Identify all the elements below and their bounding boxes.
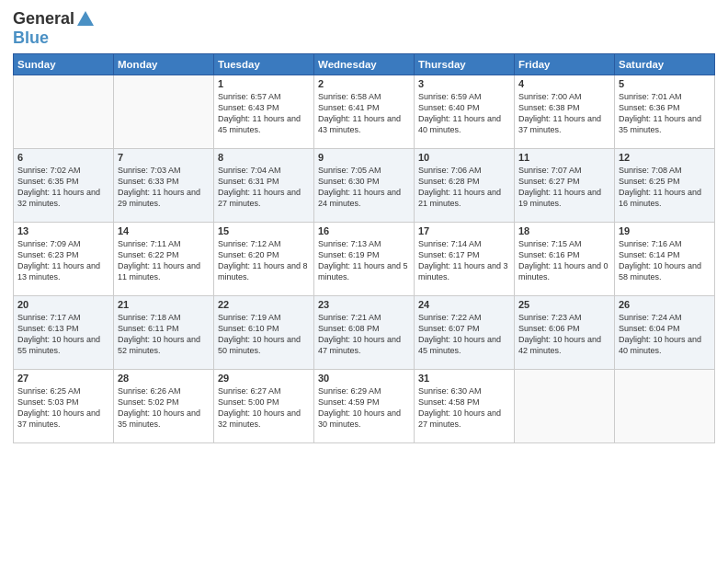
cell-content: Sunrise: 7:15 AM Sunset: 6:16 PM Dayligh… — [518, 238, 610, 283]
cell-content: Sunrise: 7:19 AM Sunset: 6:10 PM Dayligh… — [218, 312, 310, 357]
col-header-wednesday: Wednesday — [314, 53, 415, 75]
cell-content: Sunrise: 7:08 AM Sunset: 6:25 PM Dayligh… — [619, 165, 711, 210]
day-number: 11 — [518, 152, 610, 163]
day-number: 18 — [518, 225, 610, 236]
header: General Blue — [13, 9, 715, 48]
cell-content: Sunrise: 6:25 AM Sunset: 5:03 PM Dayligh… — [17, 385, 109, 431]
calendar-cell: 7Sunrise: 7:03 AM Sunset: 6:33 PM Daylig… — [114, 148, 214, 222]
calendar-cell: 14Sunrise: 7:11 AM Sunset: 6:22 PM Dayli… — [114, 222, 214, 295]
cell-content: Sunrise: 7:09 AM Sunset: 6:23 PM Dayligh… — [17, 238, 109, 283]
day-number: 20 — [17, 299, 109, 310]
day-number: 30 — [318, 373, 410, 384]
col-header-sunday: Sunday — [14, 53, 114, 75]
col-header-thursday: Thursday — [415, 53, 515, 75]
cell-content: Sunrise: 6:29 AM Sunset: 4:59 PM Dayligh… — [318, 385, 410, 431]
calendar-cell: 25Sunrise: 7:23 AM Sunset: 6:06 PM Dayli… — [515, 295, 615, 369]
cell-content: Sunrise: 6:30 AM Sunset: 4:58 PM Dayligh… — [418, 385, 510, 431]
cell-content: Sunrise: 7:12 AM Sunset: 6:20 PM Dayligh… — [218, 238, 310, 283]
cell-content: Sunrise: 7:14 AM Sunset: 6:17 PM Dayligh… — [418, 238, 510, 283]
day-number: 7 — [118, 152, 210, 163]
day-number: 12 — [619, 152, 711, 163]
day-number: 23 — [318, 299, 410, 310]
calendar-cell: 28Sunrise: 6:26 AM Sunset: 5:02 PM Dayli… — [114, 369, 214, 442]
cell-content: Sunrise: 7:22 AM Sunset: 6:07 PM Dayligh… — [418, 312, 510, 357]
calendar-cell: 3Sunrise: 6:59 AM Sunset: 6:40 PM Daylig… — [415, 75, 515, 148]
day-number: 25 — [518, 299, 610, 310]
day-number: 19 — [619, 225, 711, 236]
day-number: 8 — [218, 152, 310, 163]
day-number: 27 — [17, 373, 109, 384]
calendar-cell — [615, 369, 715, 442]
week-row-5: 27Sunrise: 6:25 AM Sunset: 5:03 PM Dayli… — [14, 369, 715, 442]
calendar-cell: 19Sunrise: 7:16 AM Sunset: 6:14 PM Dayli… — [615, 222, 715, 295]
day-number: 10 — [418, 152, 510, 163]
day-number: 5 — [619, 78, 711, 89]
logo: General Blue — [13, 9, 96, 48]
cell-content: Sunrise: 7:21 AM Sunset: 6:08 PM Dayligh… — [318, 312, 410, 357]
calendar-cell: 16Sunrise: 7:13 AM Sunset: 6:19 PM Dayli… — [314, 222, 415, 295]
cell-content: Sunrise: 7:01 AM Sunset: 6:36 PM Dayligh… — [619, 91, 711, 136]
day-number: 24 — [418, 299, 510, 310]
cell-content: Sunrise: 6:59 AM Sunset: 6:40 PM Dayligh… — [418, 91, 510, 136]
calendar-cell: 15Sunrise: 7:12 AM Sunset: 6:20 PM Dayli… — [214, 222, 314, 295]
day-number: 3 — [418, 78, 510, 89]
day-number: 2 — [318, 78, 410, 89]
cell-content: Sunrise: 6:57 AM Sunset: 6:43 PM Dayligh… — [218, 91, 310, 136]
cell-content: Sunrise: 7:03 AM Sunset: 6:33 PM Dayligh… — [118, 165, 210, 210]
day-number: 29 — [218, 373, 310, 384]
day-number: 14 — [118, 225, 210, 236]
logo-icon — [75, 9, 96, 29]
cell-content: Sunrise: 6:27 AM Sunset: 5:00 PM Dayligh… — [218, 385, 310, 431]
calendar-cell: 31Sunrise: 6:30 AM Sunset: 4:58 PM Dayli… — [415, 369, 515, 442]
calendar-cell: 2Sunrise: 6:58 AM Sunset: 6:41 PM Daylig… — [314, 75, 415, 148]
week-row-1: 1Sunrise: 6:57 AM Sunset: 6:43 PM Daylig… — [14, 75, 715, 148]
calendar-cell: 18Sunrise: 7:15 AM Sunset: 6:16 PM Dayli… — [515, 222, 615, 295]
calendar-cell: 5Sunrise: 7:01 AM Sunset: 6:36 PM Daylig… — [615, 75, 715, 148]
calendar-cell: 26Sunrise: 7:24 AM Sunset: 6:04 PM Dayli… — [615, 295, 715, 369]
day-number: 31 — [418, 373, 510, 384]
cell-content: Sunrise: 6:26 AM Sunset: 5:02 PM Dayligh… — [118, 385, 210, 431]
calendar-cell: 29Sunrise: 6:27 AM Sunset: 5:00 PM Dayli… — [214, 369, 314, 442]
svg-marker-0 — [77, 11, 94, 26]
day-number: 4 — [518, 78, 610, 89]
cell-content: Sunrise: 7:16 AM Sunset: 6:14 PM Dayligh… — [619, 238, 711, 283]
col-header-tuesday: Tuesday — [214, 53, 314, 75]
calendar-cell: 4Sunrise: 7:00 AM Sunset: 6:38 PM Daylig… — [515, 75, 615, 148]
calendar-cell: 24Sunrise: 7:22 AM Sunset: 6:07 PM Dayli… — [415, 295, 515, 369]
cell-content: Sunrise: 7:11 AM Sunset: 6:22 PM Dayligh… — [118, 238, 210, 283]
header-row: SundayMondayTuesdayWednesdayThursdayFrid… — [14, 53, 715, 75]
day-number: 9 — [318, 152, 410, 163]
logo-text: General — [13, 9, 96, 29]
cell-content: Sunrise: 7:07 AM Sunset: 6:27 PM Dayligh… — [518, 165, 610, 210]
calendar-cell: 10Sunrise: 7:06 AM Sunset: 6:28 PM Dayli… — [415, 148, 515, 222]
day-number: 13 — [17, 225, 109, 236]
calendar-cell: 20Sunrise: 7:17 AM Sunset: 6:13 PM Dayli… — [14, 295, 114, 369]
cell-content: Sunrise: 7:00 AM Sunset: 6:38 PM Dayligh… — [518, 91, 610, 136]
day-number: 26 — [619, 299, 711, 310]
calendar-cell: 9Sunrise: 7:05 AM Sunset: 6:30 PM Daylig… — [314, 148, 415, 222]
calendar-table: SundayMondayTuesdayWednesdayThursdayFrid… — [13, 53, 715, 443]
day-number: 22 — [218, 299, 310, 310]
calendar-cell: 27Sunrise: 6:25 AM Sunset: 5:03 PM Dayli… — [14, 369, 114, 442]
calendar-cell: 21Sunrise: 7:18 AM Sunset: 6:11 PM Dayli… — [114, 295, 214, 369]
col-header-monday: Monday — [114, 53, 214, 75]
calendar-cell — [14, 75, 114, 148]
cell-content: Sunrise: 7:17 AM Sunset: 6:13 PM Dayligh… — [17, 312, 109, 357]
calendar-cell: 23Sunrise: 7:21 AM Sunset: 6:08 PM Dayli… — [314, 295, 415, 369]
day-number: 15 — [218, 225, 310, 236]
cell-content: Sunrise: 7:24 AM Sunset: 6:04 PM Dayligh… — [619, 312, 711, 357]
day-number: 16 — [318, 225, 410, 236]
week-row-4: 20Sunrise: 7:17 AM Sunset: 6:13 PM Dayli… — [14, 295, 715, 369]
calendar-cell: 13Sunrise: 7:09 AM Sunset: 6:23 PM Dayli… — [14, 222, 114, 295]
cell-content: Sunrise: 7:06 AM Sunset: 6:28 PM Dayligh… — [418, 165, 510, 210]
calendar-cell: 6Sunrise: 7:02 AM Sunset: 6:35 PM Daylig… — [14, 148, 114, 222]
day-number: 17 — [418, 225, 510, 236]
cell-content: Sunrise: 6:58 AM Sunset: 6:41 PM Dayligh… — [318, 91, 410, 136]
calendar-cell — [114, 75, 214, 148]
day-number: 21 — [118, 299, 210, 310]
cell-content: Sunrise: 7:13 AM Sunset: 6:19 PM Dayligh… — [318, 238, 410, 283]
cell-content: Sunrise: 7:05 AM Sunset: 6:30 PM Dayligh… — [318, 165, 410, 210]
cell-content: Sunrise: 7:23 AM Sunset: 6:06 PM Dayligh… — [518, 312, 610, 357]
calendar-cell: 17Sunrise: 7:14 AM Sunset: 6:17 PM Dayli… — [415, 222, 515, 295]
calendar-cell — [515, 369, 615, 442]
